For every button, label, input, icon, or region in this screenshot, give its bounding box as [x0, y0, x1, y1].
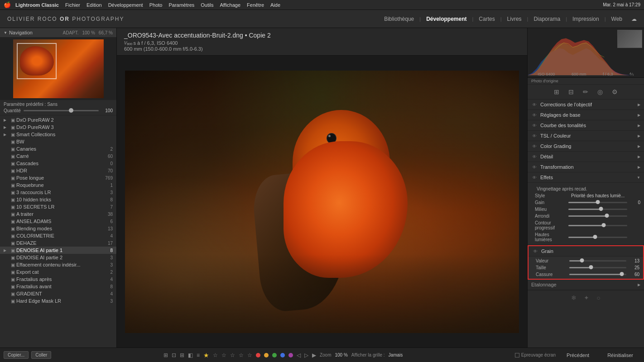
corrections-objectif-header[interactable]: 👁 Corrections de l'objectif ▶	[528, 100, 644, 110]
reset-button[interactable]: Réinitialiser	[600, 351, 640, 360]
settings-icon[interactable]: ⚙	[611, 87, 619, 96]
nav-web[interactable]: Web	[608, 14, 626, 24]
nav-cartes[interactable]: Cartes	[475, 14, 498, 24]
color-grading-header[interactable]: 👁 Color Grading ▶	[528, 141, 644, 151]
target-icon[interactable]: ◎	[596, 87, 604, 96]
nav-bibliotheque[interactable]: Bibliothèque	[380, 14, 418, 24]
star-icon[interactable]: ✦	[584, 294, 589, 301]
apple-icon[interactable]: 🍎	[4, 1, 11, 8]
loupe-icon[interactable]: ◧	[188, 352, 193, 358]
eye-icon[interactable]: 👁	[531, 123, 538, 128]
brush-icon[interactable]: ✏	[582, 87, 589, 96]
nav-diaporama[interactable]: Diaporama	[530, 14, 564, 24]
circle-icon[interactable]: ○	[596, 294, 600, 301]
eye-icon[interactable]: 👁	[531, 133, 538, 138]
quantite-slider[interactable]	[24, 110, 99, 111]
arrondi-track[interactable]	[568, 215, 627, 217]
list-item[interactable]: ▣ Effacement contenu indésir... 3	[0, 261, 116, 268]
list-item[interactable]: ▣ COLORIMETRIE 4	[0, 232, 116, 239]
view-icon[interactable]: ⊞	[180, 352, 184, 358]
prev-icon[interactable]: ◁	[297, 352, 301, 358]
star3-icon[interactable]: ☆	[230, 352, 235, 358]
prev-button[interactable]: Précédent	[559, 351, 596, 360]
color-green-dot[interactable]	[272, 353, 277, 357]
grain-header[interactable]: 👁 Grain	[529, 246, 643, 257]
color-yellow-dot[interactable]	[264, 353, 269, 357]
list-item[interactable]: ▣ DENOISE AI partie 2 3	[0, 254, 116, 261]
list-item[interactable]: ▣ Export cat 2	[0, 268, 116, 276]
eye-icon[interactable]: 👁	[531, 144, 538, 149]
list-item[interactable]: ▶ ▣ DxO PureRAW 2	[0, 116, 116, 124]
menu-fichier[interactable]: Fichier	[65, 2, 80, 8]
milieu-track[interactable]	[568, 209, 627, 210]
list-item[interactable]: ▣ Carré 60	[0, 152, 116, 160]
next-icon[interactable]: ▷	[304, 352, 308, 358]
list-item[interactable]: ▣ Fractalius avant 8	[0, 283, 116, 290]
courbe-tonalites-header[interactable]: 👁 Courbe des tonalités ▶	[528, 120, 644, 130]
hautes-track[interactable]	[568, 237, 627, 238]
taille-track[interactable]	[569, 267, 626, 268]
tsl-couleur-header[interactable]: 👁 TSL / Couleur ▶	[528, 131, 644, 141]
star5-icon[interactable]: ☆	[247, 352, 252, 358]
list-item[interactable]: ▣ Hard Edge Mask LR 3	[0, 297, 116, 305]
effets-header[interactable]: 👁 Effets ▼	[528, 172, 644, 183]
eye-icon[interactable]: 👁	[531, 165, 538, 170]
color-blue-dot[interactable]	[280, 353, 285, 357]
menu-parametres[interactable]: Paramètres	[168, 2, 194, 8]
eye-icon[interactable]: 👁	[532, 249, 538, 254]
reglages-base-header[interactable]: 👁 Réglages de base ▶	[528, 110, 644, 120]
menu-photo[interactable]: Photo	[149, 2, 163, 8]
transformation-header[interactable]: 👁 Transformation ▶	[528, 162, 644, 172]
list-item[interactable]: ▣ Cascades 0	[0, 160, 116, 167]
nav-livres[interactable]: Livres	[504, 14, 525, 24]
detail-header[interactable]: 👁 Détail ▶	[528, 152, 644, 162]
flag-star-icon[interactable]: ★	[203, 352, 209, 359]
list-item[interactable]: ▣ BW	[0, 138, 116, 145]
valeur-track[interactable]	[569, 260, 626, 262]
before-after-icon[interactable]: ≡	[197, 352, 200, 358]
list-item[interactable]: ▣ A traiter 38	[0, 210, 116, 218]
star4-icon[interactable]: ☆	[239, 352, 244, 358]
menu-affichage[interactable]: Affichage	[220, 2, 240, 8]
nav-impression[interactable]: Impression	[569, 14, 603, 24]
copy-button[interactable]: Copier...	[4, 351, 29, 359]
list-item[interactable]: ▣ Roquebrune 1	[0, 181, 116, 189]
eye-icon[interactable]: 👁	[531, 154, 538, 159]
list-item[interactable]: ▣ GRADIENT 4	[0, 290, 116, 297]
list-item[interactable]: ▣ Pose longue 769	[0, 174, 116, 181]
contour-track[interactable]	[568, 225, 627, 226]
eye-icon[interactable]: 👁	[531, 102, 538, 107]
eye-icon[interactable]: 👁	[531, 175, 538, 180]
list-item[interactable]: ▣ DEHAZE 17	[0, 239, 116, 247]
star2-icon[interactable]: ☆	[221, 352, 226, 358]
menu-outils[interactable]: Outils	[201, 2, 213, 8]
nav-collapse-icon[interactable]: ▼	[4, 31, 7, 35]
menu-edition[interactable]: Edition	[87, 2, 102, 8]
play-icon[interactable]: ▶	[312, 352, 316, 358]
cassure-track[interactable]	[569, 274, 626, 275]
list-item[interactable]: ▶ ▣ DxO PureRAW 3	[0, 124, 116, 131]
list-item[interactable]: ▣ 10 SECRETS LR 7	[0, 203, 116, 210]
color-red-dot[interactable]	[256, 353, 260, 357]
grid-view-icon[interactable]: ⊞	[163, 352, 168, 358]
gain-track[interactable]	[568, 202, 627, 203]
etalonnage-header[interactable]: Etalonnage ▶	[528, 280, 644, 290]
menu-fenetre[interactable]: Fenêtre	[247, 2, 264, 8]
list-item[interactable]: ▣ Canaries 2	[0, 145, 116, 152]
epreuvage-checkbox[interactable]	[515, 353, 519, 357]
list-item[interactable]: ▶ ▣ DENOISE AI partie 1 8	[0, 247, 116, 254]
paste-button[interactable]: Coller	[31, 351, 51, 359]
list-item[interactable]: ▣ ANSEL ADAMS 6	[0, 218, 116, 225]
list-item[interactable]: ▣ 10 hidden tricks 8	[0, 196, 116, 203]
star1-icon[interactable]: ☆	[213, 352, 218, 358]
menu-developpement[interactable]: Développement	[108, 2, 143, 8]
list-item[interactable]: ▣ Blending modes 13	[0, 225, 116, 232]
list-item[interactable]: ▣ HDR 70	[0, 167, 116, 174]
color-purple-dot[interactable]	[288, 353, 293, 357]
snowflake-icon[interactable]: ❄	[571, 294, 577, 301]
menu-aide[interactable]: Aide	[270, 2, 280, 8]
nav-developpement[interactable]: Développement	[423, 14, 470, 24]
list-item[interactable]: ▣ 3 raccourcis LR 3	[0, 189, 116, 196]
list-item[interactable]: ▣ Fractalius après 4	[0, 276, 116, 283]
list-item[interactable]: ▶ ▣ Smart Collections	[0, 131, 116, 138]
